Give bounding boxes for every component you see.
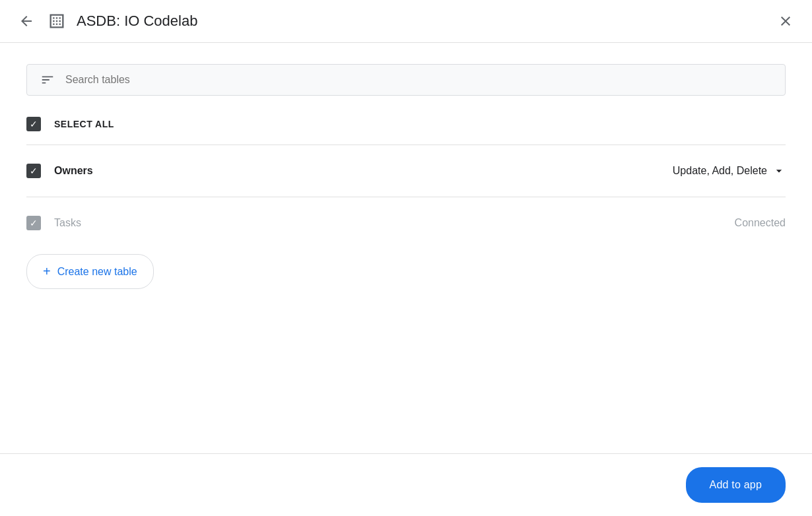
table-row: ✓ Tasks Connected [26, 203, 786, 243]
check-icon: ✓ [30, 166, 38, 176]
create-table-label: Create new table [57, 266, 137, 278]
select-all-label: SELECT ALL [54, 119, 114, 129]
owners-permissions: Update, Add, Delete [673, 164, 786, 177]
table-icon [48, 12, 66, 30]
search-container [26, 64, 786, 96]
divider-2 [26, 197, 786, 197]
select-all-checkbox[interactable]: ✓ [26, 117, 41, 131]
select-all-row: ✓ SELECT ALL [26, 117, 786, 131]
owners-checkbox[interactable]: ✓ [26, 164, 41, 178]
filter-icon [40, 73, 55, 87]
check-icon: ✓ [30, 119, 38, 129]
create-new-table-button[interactable]: + Create new table [26, 254, 154, 289]
content-area: ✓ SELECT ALL ✓ Owners Update, Add, Delet… [0, 43, 812, 453]
back-button[interactable] [16, 11, 37, 32]
header: ASDB: IO Codelab [0, 0, 812, 43]
tasks-connected-label: Connected [735, 217, 786, 229]
close-button[interactable] [775, 11, 796, 32]
divider-1 [26, 145, 786, 145]
search-input[interactable] [65, 74, 772, 86]
tasks-checkbox[interactable]: ✓ [26, 216, 41, 230]
owners-table-name: Owners [54, 165, 660, 177]
add-to-app-button[interactable]: Add to app [686, 467, 786, 503]
footer: Add to app [0, 453, 812, 516]
owners-permissions-text: Update, Add, Delete [673, 165, 767, 177]
tasks-table-name: Tasks [54, 217, 722, 229]
table-row: ✓ Owners Update, Add, Delete [26, 150, 786, 191]
check-icon: ✓ [30, 218, 38, 228]
page-title: ASDB: IO Codelab [77, 13, 764, 30]
plus-icon: + [43, 264, 51, 279]
dropdown-arrow-icon[interactable] [772, 164, 786, 177]
